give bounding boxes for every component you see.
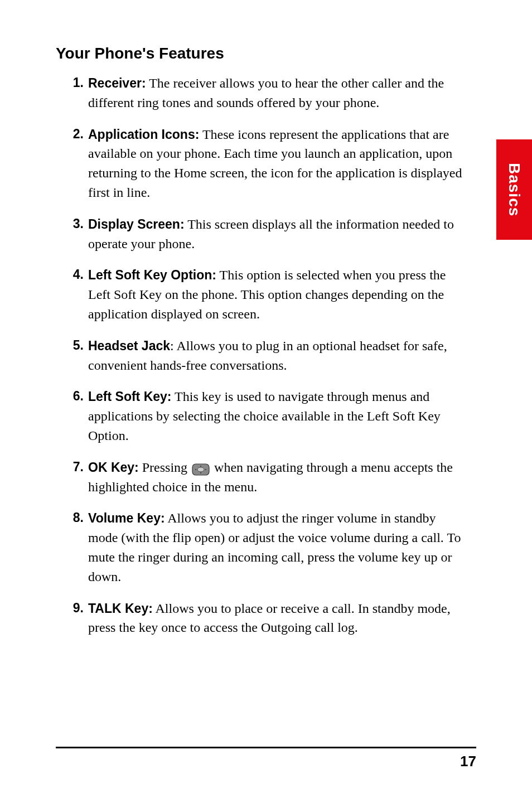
- item-number: 8.: [66, 509, 84, 527]
- footer-divider: [56, 747, 476, 748]
- ok-key-icon: [192, 463, 210, 476]
- list-item: 6. Left Soft Key: This key is used to na…: [56, 387, 465, 445]
- list-item: 9. TALK Key: Allows you to place or rece…: [56, 599, 465, 638]
- page-footer: 17: [56, 747, 476, 770]
- item-number: 3.: [66, 215, 84, 233]
- item-label: TALK Key:: [88, 601, 153, 616]
- item-label: Display Screen:: [88, 217, 185, 231]
- svg-point-1: [197, 467, 204, 472]
- item-number: 4.: [66, 265, 84, 284]
- item-number: 5.: [66, 336, 84, 355]
- svg-point-3: [200, 472, 201, 473]
- item-label: Left Soft Key:: [88, 389, 172, 404]
- item-label: Application Icons:: [88, 127, 199, 142]
- item-number: 9.: [66, 599, 84, 617]
- side-tab: Basics: [496, 139, 532, 240]
- item-number: 6.: [66, 387, 84, 405]
- section-title: Your Phone's Features: [56, 45, 465, 62]
- svg-point-5: [205, 469, 206, 470]
- list-item: 2. Application Icons: These icons repres…: [56, 125, 465, 202]
- list-item: 5. Headset Jack: Allows you to plug in a…: [56, 336, 465, 375]
- item-label: Volume Key:: [88, 511, 165, 525]
- side-tab-label: Basics: [505, 163, 523, 216]
- svg-point-4: [195, 469, 196, 470]
- item-number: 1.: [66, 74, 84, 92]
- item-number: 7.: [66, 458, 84, 476]
- list-item: 8. Volume Key: Allows you to adjust the …: [56, 509, 465, 586]
- item-number: 2.: [66, 125, 84, 143]
- list-item: 3. Display Screen: This screen displays …: [56, 215, 465, 254]
- item-label: Receiver:: [88, 76, 146, 90]
- svg-point-2: [200, 466, 201, 467]
- item-text-before: Pressing: [139, 460, 191, 475]
- item-label: Headset Jack: [88, 338, 170, 353]
- item-label: Left Soft Key Option:: [88, 268, 216, 282]
- list-item: 7. OK Key: Pressing when navigating thro…: [56, 458, 465, 497]
- list-item: 1. Receiver: The receiver allows you to …: [56, 74, 465, 113]
- page-number: 17: [56, 753, 476, 770]
- page-content: Your Phone's Features 1. Receiver: The r…: [0, 0, 532, 637]
- list-item: 4. Left Soft Key Option: This option is …: [56, 265, 465, 323]
- item-label: OK Key:: [88, 460, 139, 475]
